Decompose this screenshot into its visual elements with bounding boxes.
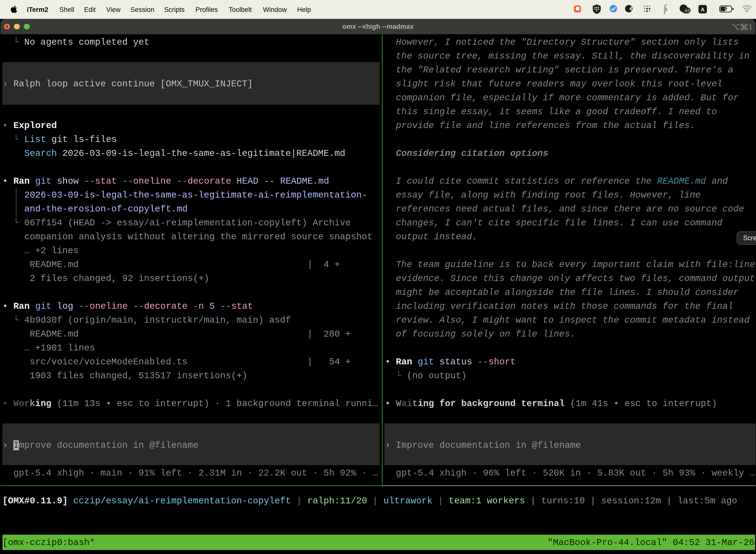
svg-text:..61: ..61 <box>683 8 690 13</box>
